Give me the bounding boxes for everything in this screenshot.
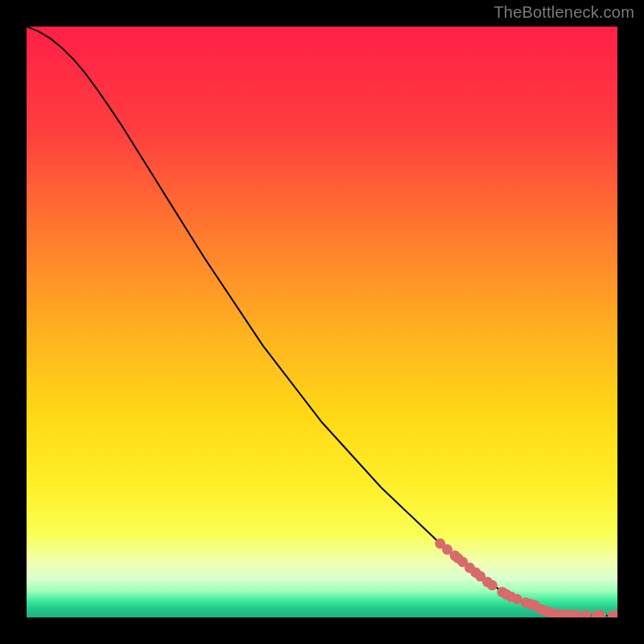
plot-area — [27, 27, 617, 617]
watermark-text: TheBottleneck.com — [493, 3, 634, 22]
data-point — [487, 580, 497, 591]
chart-frame: TheBottleneck.com — [0, 0, 644, 644]
chart-svg — [27, 27, 617, 617]
